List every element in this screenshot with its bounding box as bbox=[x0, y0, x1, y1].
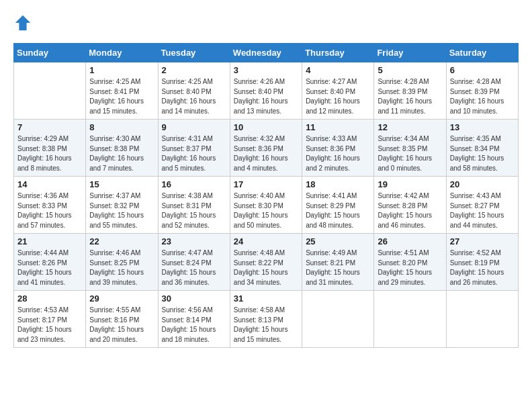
day-number: 4 bbox=[306, 65, 370, 75]
weekday-header-thursday: Thursday bbox=[302, 44, 374, 62]
day-info: Sunrise: 4:40 AM Sunset: 8:30 PM Dayligh… bbox=[234, 191, 298, 230]
day-info: Sunrise: 4:42 AM Sunset: 8:28 PM Dayligh… bbox=[378, 191, 442, 230]
day-number: 31 bbox=[234, 293, 298, 304]
calendar-cell bbox=[14, 62, 86, 120]
calendar-cell: 30Sunrise: 4:56 AM Sunset: 8:14 PM Dayli… bbox=[158, 291, 230, 348]
calendar-cell: 8Sunrise: 4:30 AM Sunset: 8:38 PM Daylig… bbox=[86, 120, 158, 177]
day-info: Sunrise: 4:48 AM Sunset: 8:22 PM Dayligh… bbox=[234, 248, 298, 287]
weekday-header-friday: Friday bbox=[374, 44, 446, 62]
day-info: Sunrise: 4:58 AM Sunset: 8:13 PM Dayligh… bbox=[234, 306, 298, 345]
calendar-cell: 1Sunrise: 4:25 AM Sunset: 8:41 PM Daylig… bbox=[86, 62, 158, 120]
calendar-cell: 2Sunrise: 4:25 AM Sunset: 8:40 PM Daylig… bbox=[158, 62, 230, 120]
weekday-header-saturday: Saturday bbox=[446, 44, 518, 62]
svg-marker-0 bbox=[15, 15, 30, 30]
day-number: 5 bbox=[378, 65, 442, 75]
day-number: 16 bbox=[162, 179, 226, 189]
calendar-cell: 4Sunrise: 4:27 AM Sunset: 8:40 PM Daylig… bbox=[302, 62, 374, 120]
day-number: 22 bbox=[89, 236, 154, 246]
weekday-header-row: SundayMondayTuesdayWednesdayThursdayFrid… bbox=[14, 44, 519, 62]
calendar-cell: 10Sunrise: 4:32 AM Sunset: 8:36 PM Dayli… bbox=[230, 120, 302, 177]
calendar-week-row: 14Sunrise: 4:36 AM Sunset: 8:33 PM Dayli… bbox=[14, 177, 519, 234]
calendar-cell bbox=[374, 291, 446, 348]
calendar-cell: 18Sunrise: 4:41 AM Sunset: 8:29 PM Dayli… bbox=[302, 177, 374, 234]
day-info: Sunrise: 4:28 AM Sunset: 8:39 PM Dayligh… bbox=[378, 77, 442, 116]
day-number: 20 bbox=[450, 179, 515, 189]
calendar-week-row: 7Sunrise: 4:29 AM Sunset: 8:38 PM Daylig… bbox=[14, 120, 519, 177]
calendar-cell: 12Sunrise: 4:34 AM Sunset: 8:35 PM Dayli… bbox=[374, 120, 446, 177]
day-info: Sunrise: 4:28 AM Sunset: 8:39 PM Dayligh… bbox=[450, 77, 515, 116]
weekday-header-monday: Monday bbox=[86, 44, 158, 62]
calendar-cell: 28Sunrise: 4:53 AM Sunset: 8:17 PM Dayli… bbox=[14, 291, 86, 348]
calendar-cell bbox=[446, 291, 518, 348]
calendar-cell: 7Sunrise: 4:29 AM Sunset: 8:38 PM Daylig… bbox=[14, 120, 86, 177]
calendar-cell: 20Sunrise: 4:43 AM Sunset: 8:27 PM Dayli… bbox=[446, 177, 518, 234]
day-info: Sunrise: 4:36 AM Sunset: 8:33 PM Dayligh… bbox=[17, 191, 82, 230]
day-info: Sunrise: 4:46 AM Sunset: 8:25 PM Dayligh… bbox=[89, 248, 154, 287]
day-info: Sunrise: 4:26 AM Sunset: 8:40 PM Dayligh… bbox=[234, 77, 298, 116]
day-info: Sunrise: 4:49 AM Sunset: 8:21 PM Dayligh… bbox=[306, 248, 370, 287]
calendar-cell: 15Sunrise: 4:37 AM Sunset: 8:32 PM Dayli… bbox=[86, 177, 158, 234]
day-number: 24 bbox=[234, 236, 298, 246]
day-number: 15 bbox=[89, 179, 154, 189]
calendar-cell: 9Sunrise: 4:31 AM Sunset: 8:37 PM Daylig… bbox=[158, 120, 230, 177]
day-number: 2 bbox=[162, 65, 226, 75]
day-info: Sunrise: 4:44 AM Sunset: 8:26 PM Dayligh… bbox=[17, 248, 82, 287]
day-number: 9 bbox=[162, 122, 226, 132]
day-info: Sunrise: 4:31 AM Sunset: 8:37 PM Dayligh… bbox=[162, 134, 226, 173]
day-info: Sunrise: 4:47 AM Sunset: 8:24 PM Dayligh… bbox=[162, 248, 226, 287]
weekday-header-wednesday: Wednesday bbox=[230, 44, 302, 62]
page-header bbox=[13, 13, 519, 32]
day-info: Sunrise: 4:29 AM Sunset: 8:38 PM Dayligh… bbox=[17, 134, 82, 173]
day-number: 29 bbox=[89, 293, 154, 304]
day-number: 10 bbox=[234, 122, 298, 132]
calendar-cell: 5Sunrise: 4:28 AM Sunset: 8:39 PM Daylig… bbox=[374, 62, 446, 120]
calendar-table: SundayMondayTuesdayWednesdayThursdayFrid… bbox=[13, 43, 519, 348]
day-number: 25 bbox=[306, 236, 370, 246]
calendar-cell: 27Sunrise: 4:52 AM Sunset: 8:19 PM Dayli… bbox=[446, 234, 518, 291]
day-number: 17 bbox=[234, 179, 298, 189]
day-info: Sunrise: 4:37 AM Sunset: 8:32 PM Dayligh… bbox=[89, 191, 154, 230]
day-info: Sunrise: 4:52 AM Sunset: 8:19 PM Dayligh… bbox=[450, 248, 515, 287]
weekday-header-sunday: Sunday bbox=[14, 44, 86, 62]
day-number: 6 bbox=[450, 65, 515, 75]
weekday-header-tuesday: Tuesday bbox=[158, 44, 230, 62]
day-info: Sunrise: 4:56 AM Sunset: 8:14 PM Dayligh… bbox=[162, 306, 226, 345]
calendar-cell: 31Sunrise: 4:58 AM Sunset: 8:13 PM Dayli… bbox=[230, 291, 302, 348]
day-info: Sunrise: 4:38 AM Sunset: 8:31 PM Dayligh… bbox=[162, 191, 226, 230]
day-info: Sunrise: 4:32 AM Sunset: 8:36 PM Dayligh… bbox=[234, 134, 298, 173]
day-number: 28 bbox=[17, 293, 82, 304]
calendar-cell: 29Sunrise: 4:55 AM Sunset: 8:16 PM Dayli… bbox=[86, 291, 158, 348]
calendar-cell: 21Sunrise: 4:44 AM Sunset: 8:26 PM Dayli… bbox=[14, 234, 86, 291]
day-info: Sunrise: 4:35 AM Sunset: 8:34 PM Dayligh… bbox=[450, 134, 515, 173]
day-number: 27 bbox=[450, 236, 515, 246]
calendar-cell: 6Sunrise: 4:28 AM Sunset: 8:39 PM Daylig… bbox=[446, 62, 518, 120]
day-number: 13 bbox=[450, 122, 515, 132]
day-number: 19 bbox=[378, 179, 442, 189]
calendar-cell: 22Sunrise: 4:46 AM Sunset: 8:25 PM Dayli… bbox=[86, 234, 158, 291]
day-number: 12 bbox=[378, 122, 442, 132]
day-number: 23 bbox=[162, 236, 226, 246]
calendar-cell: 25Sunrise: 4:49 AM Sunset: 8:21 PM Dayli… bbox=[302, 234, 374, 291]
calendar-cell: 3Sunrise: 4:26 AM Sunset: 8:40 PM Daylig… bbox=[230, 62, 302, 120]
logo-icon bbox=[13, 13, 32, 32]
day-info: Sunrise: 4:33 AM Sunset: 8:36 PM Dayligh… bbox=[306, 134, 370, 173]
day-number: 18 bbox=[306, 179, 370, 189]
calendar-cell: 17Sunrise: 4:40 AM Sunset: 8:30 PM Dayli… bbox=[230, 177, 302, 234]
day-number: 8 bbox=[89, 122, 154, 132]
calendar-cell bbox=[302, 291, 374, 348]
calendar-cell: 24Sunrise: 4:48 AM Sunset: 8:22 PM Dayli… bbox=[230, 234, 302, 291]
day-info: Sunrise: 4:27 AM Sunset: 8:40 PM Dayligh… bbox=[306, 77, 370, 116]
day-number: 1 bbox=[89, 65, 154, 75]
day-info: Sunrise: 4:30 AM Sunset: 8:38 PM Dayligh… bbox=[89, 134, 154, 173]
logo bbox=[13, 13, 35, 32]
day-number: 7 bbox=[17, 122, 82, 132]
day-number: 30 bbox=[162, 293, 226, 304]
day-info: Sunrise: 4:43 AM Sunset: 8:27 PM Dayligh… bbox=[450, 191, 515, 230]
calendar-cell: 13Sunrise: 4:35 AM Sunset: 8:34 PM Dayli… bbox=[446, 120, 518, 177]
calendar-week-row: 28Sunrise: 4:53 AM Sunset: 8:17 PM Dayli… bbox=[14, 291, 519, 348]
day-info: Sunrise: 4:53 AM Sunset: 8:17 PM Dayligh… bbox=[17, 306, 82, 345]
day-info: Sunrise: 4:34 AM Sunset: 8:35 PM Dayligh… bbox=[378, 134, 442, 173]
calendar-cell: 11Sunrise: 4:33 AM Sunset: 8:36 PM Dayli… bbox=[302, 120, 374, 177]
day-number: 21 bbox=[17, 236, 82, 246]
day-info: Sunrise: 4:41 AM Sunset: 8:29 PM Dayligh… bbox=[306, 191, 370, 230]
